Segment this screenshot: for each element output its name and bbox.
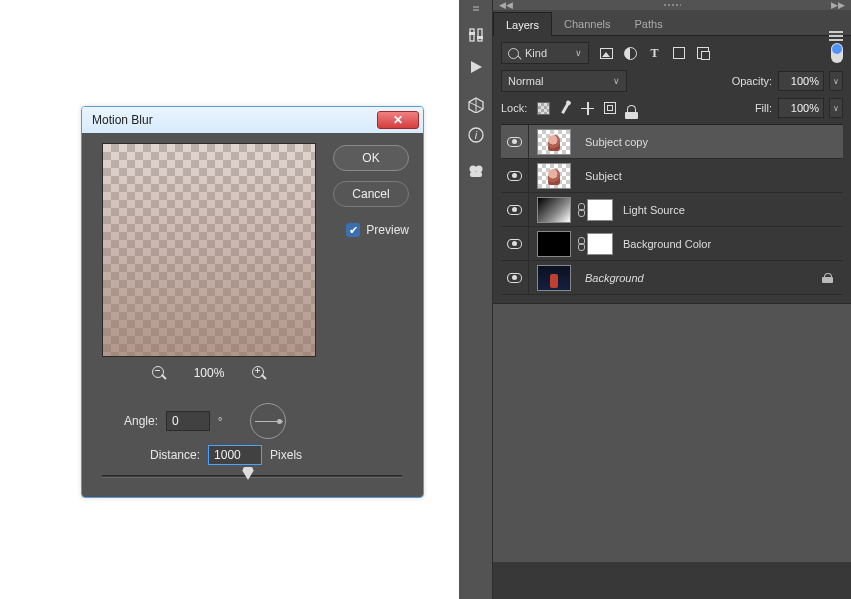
lock-transparency-icon[interactable] xyxy=(535,100,552,117)
panel-grip-bar[interactable]: ◀◀ ▶▶ xyxy=(493,0,851,10)
distance-slider[interactable] xyxy=(102,469,402,485)
mask-thumbnail[interactable] xyxy=(587,199,613,221)
layer-name[interactable]: Background Color xyxy=(623,238,843,250)
layer-filter-row: Kind ∨ T xyxy=(501,42,843,64)
adjustments-panel-icon[interactable] xyxy=(467,26,485,44)
visibility-toggle[interactable] xyxy=(501,261,529,294)
tab-paths[interactable]: Paths xyxy=(623,12,675,35)
layer-thumbnail[interactable] xyxy=(537,197,571,223)
blend-mode-dropdown[interactable]: Normal ∨ xyxy=(501,70,627,92)
visibility-toggle[interactable] xyxy=(501,193,529,226)
opacity-label: Opacity: xyxy=(732,75,772,87)
close-button[interactable]: ✕ xyxy=(377,111,419,129)
info-panel-icon[interactable]: i xyxy=(467,126,485,144)
visibility-toggle[interactable] xyxy=(501,125,529,158)
panel-tabs: Layers Channels Paths xyxy=(493,10,851,36)
preview-label: Preview xyxy=(366,223,409,237)
filter-adjustment-icon[interactable] xyxy=(623,46,638,61)
svg-point-11 xyxy=(476,166,483,173)
layer-name[interactable]: Subject copy xyxy=(585,136,843,148)
filter-pixel-icon[interactable] xyxy=(599,46,614,61)
layer-row[interactable]: Background xyxy=(501,261,843,295)
dialog-buttons: OK Cancel xyxy=(333,145,409,207)
angle-input[interactable] xyxy=(166,411,210,431)
zoom-out-icon[interactable] xyxy=(152,366,166,380)
lock-pixels-icon[interactable] xyxy=(557,100,574,117)
lock-row: Lock: Fill: ∨ xyxy=(501,98,843,118)
angle-row: Angle: ° xyxy=(124,403,286,439)
lock-icon xyxy=(823,273,833,283)
distance-row: Distance: Pixels xyxy=(150,445,302,465)
distance-label: Distance: xyxy=(150,448,200,462)
tab-layers[interactable]: Layers xyxy=(493,12,552,36)
filter-shape-icon[interactable] xyxy=(671,46,686,61)
layer-thumbnail[interactable] xyxy=(537,231,571,257)
panel-empty-area xyxy=(493,303,851,562)
actions-panel-icon[interactable] xyxy=(467,58,485,76)
filter-toggle[interactable] xyxy=(831,43,843,63)
lock-artboard-icon[interactable] xyxy=(601,100,618,117)
collapse-right-icon[interactable]: ▶▶ xyxy=(831,0,845,10)
opacity-scrubber-icon[interactable]: ∨ xyxy=(829,71,843,91)
filter-kind-label: Kind xyxy=(525,47,547,59)
tab-channels[interactable]: Channels xyxy=(552,12,622,35)
filter-type-icon[interactable]: T xyxy=(647,46,662,61)
blend-row: Normal ∨ Opacity: ∨ xyxy=(501,70,843,92)
layers-panel-group: ◀◀ ▶▶ Layers Channels Paths Kind ∨ T xyxy=(493,0,851,599)
drag-grip-icon[interactable] xyxy=(663,3,681,7)
filter-type-icons: T xyxy=(599,46,710,61)
layer-row[interactable]: Background Color xyxy=(501,227,843,261)
link-icon[interactable] xyxy=(577,203,585,217)
ok-button[interactable]: OK xyxy=(333,145,409,171)
dialog-titlebar[interactable]: Motion Blur ✕ xyxy=(82,107,423,133)
lock-position-icon[interactable] xyxy=(579,100,596,117)
collapse-left-icon[interactable]: ◀◀ xyxy=(499,0,513,10)
distance-input[interactable] xyxy=(208,445,262,465)
layer-thumbnail[interactable] xyxy=(537,163,571,189)
zoom-in-icon[interactable] xyxy=(252,366,266,380)
fill-input[interactable] xyxy=(778,98,824,118)
link-icon[interactable] xyxy=(577,237,585,251)
layer-row[interactable]: Subject copy xyxy=(501,125,843,159)
preview-checkbox[interactable]: ✔ xyxy=(346,223,360,237)
grip-icon[interactable] xyxy=(473,6,479,8)
chevron-down-icon: ∨ xyxy=(613,76,620,86)
layer-name[interactable]: Background xyxy=(585,272,823,284)
blur-preview[interactable] xyxy=(102,143,316,357)
clone-source-panel-icon[interactable] xyxy=(467,162,485,180)
svg-rect-12 xyxy=(470,172,482,177)
mask-thumbnail[interactable] xyxy=(587,233,613,255)
layer-thumbnail[interactable] xyxy=(537,265,571,291)
angle-dial[interactable] xyxy=(250,403,286,439)
layer-row[interactable]: Light Source xyxy=(501,193,843,227)
3d-panel-icon[interactable] xyxy=(467,96,485,114)
lock-all-icon[interactable] xyxy=(623,100,640,117)
visibility-toggle[interactable] xyxy=(501,159,529,192)
fill-scrubber-icon[interactable]: ∨ xyxy=(829,98,843,118)
opacity-input[interactable] xyxy=(778,71,824,91)
layer-row[interactable]: Subject xyxy=(501,159,843,193)
cancel-button[interactable]: Cancel xyxy=(333,181,409,207)
svg-point-10 xyxy=(470,166,477,173)
svg-rect-2 xyxy=(469,32,475,35)
svg-rect-1 xyxy=(478,29,482,41)
eye-icon xyxy=(507,171,522,181)
filter-smartobject-icon[interactable] xyxy=(695,46,710,61)
eye-icon xyxy=(507,137,522,147)
lock-label: Lock: xyxy=(501,102,527,114)
panel-dock: i ◀◀ ▶▶ Layers Channels Paths Kind ∨ xyxy=(459,0,851,599)
preview-checkbox-row[interactable]: ✔ Preview xyxy=(346,223,409,237)
svg-marker-4 xyxy=(471,61,482,73)
layer-name[interactable]: Subject xyxy=(585,170,843,182)
blend-mode-value: Normal xyxy=(508,75,543,87)
visibility-toggle[interactable] xyxy=(501,227,529,260)
eye-icon xyxy=(507,205,522,215)
slider-thumb[interactable] xyxy=(242,470,254,480)
chevron-down-icon: ∨ xyxy=(575,48,582,58)
layer-name[interactable]: Light Source xyxy=(623,204,843,216)
filter-kind-dropdown[interactable]: Kind ∨ xyxy=(501,42,589,64)
fill-label: Fill: xyxy=(755,102,772,114)
motion-blur-dialog: Motion Blur ✕ 100% OK Cancel ✔ Preview A… xyxy=(81,106,424,498)
layer-thumbnail[interactable] xyxy=(537,129,571,155)
dialog-body: 100% OK Cancel ✔ Preview Angle: ° Distan… xyxy=(82,133,423,497)
